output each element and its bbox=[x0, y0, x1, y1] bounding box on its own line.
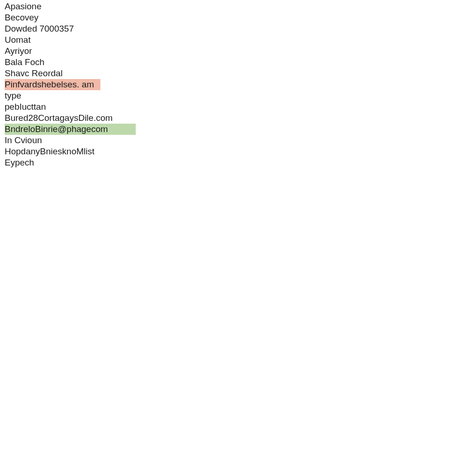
list-item: Dowded 7000357 bbox=[5, 23, 76, 34]
list-item: Becovey bbox=[5, 12, 40, 23]
list-item-highlighted-red: Pinfvardshebelses. am bbox=[5, 79, 100, 90]
list-item-highlighted-green: BndreloBinrie@phagecom bbox=[5, 124, 136, 135]
list-item: Uomat bbox=[5, 34, 33, 46]
list-item: Ayriyor bbox=[5, 46, 34, 57]
list-item: type bbox=[5, 90, 23, 101]
list-item: Apasione bbox=[5, 1, 43, 12]
list-item: Shavc Reordal bbox=[5, 68, 65, 79]
list-item: In Cvioun bbox=[5, 135, 44, 146]
list-item: Bala Foch bbox=[5, 57, 46, 68]
text-list: Apasione Becovey Dowded 7000357 Uomat Ay… bbox=[5, 1, 476, 168]
list-item: pebIucttan bbox=[5, 101, 48, 112]
list-item: Eypech bbox=[5, 157, 36, 168]
list-item: HopdanyBniesknoMlist bbox=[5, 146, 96, 157]
list-item: Bured28CortagaysDile.com bbox=[5, 112, 114, 124]
